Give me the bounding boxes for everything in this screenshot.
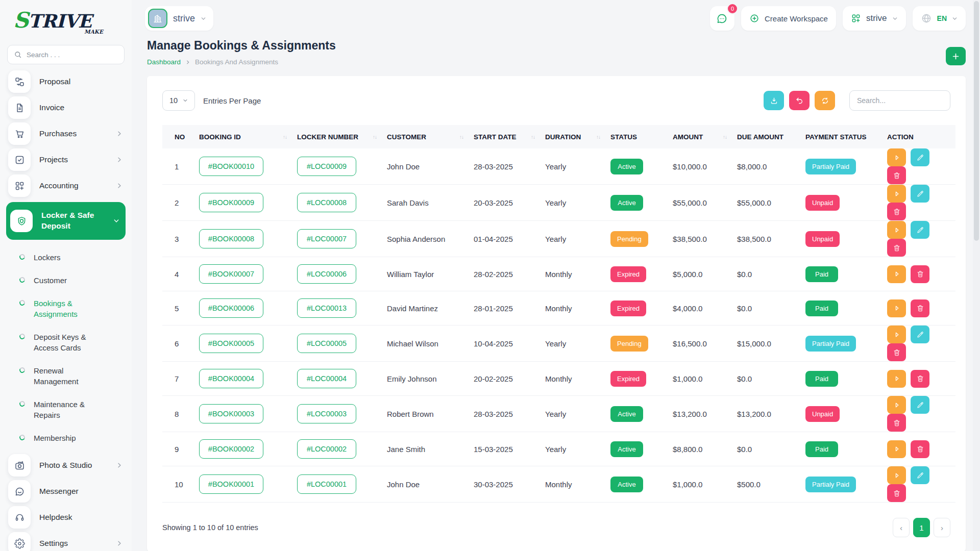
edit-booking-button[interactable] [911,221,929,239]
bullet-icon [18,434,26,441]
col-header-amount[interactable]: AMOUNT↑↓ [669,125,733,148]
delete-booking-button[interactable] [887,166,906,184]
chat-button[interactable]: 0 [710,6,734,31]
edit-booking-button[interactable] [911,466,929,484]
chevron-down-icon [183,98,188,103]
cell-duration: Monthly [541,362,606,396]
entries-per-page-select[interactable]: 10 [162,90,195,111]
pagination-prev-button[interactable]: ‹ [893,518,910,537]
view-booking-button[interactable] [887,396,906,414]
booking-id-chip: #BOOK00010 [199,157,263,176]
scrollbar-track[interactable] [973,0,980,551]
col-header-customer[interactable]: CUSTOMER↑↓ [383,125,470,148]
view-booking-button[interactable] [887,148,906,166]
delete-booking-button[interactable] [911,370,929,388]
view-icon [893,270,901,278]
sidebar-item-accounting[interactable]: Accounting [6,173,126,198]
cell-no: 8 [162,396,195,432]
delete-booking-button[interactable] [887,414,906,432]
edit-booking-button[interactable] [911,325,929,343]
view-booking-button[interactable] [887,265,906,283]
delete-booking-button[interactable] [887,203,906,220]
cell-duration: Yearly [541,396,606,432]
cell-payment-status: Partialy Paid [801,466,883,503]
view-booking-button[interactable] [887,185,906,203]
col-header-action: ACTION [883,125,955,148]
col-header-duration[interactable]: DURATION↑↓ [541,125,606,148]
pagination-next-button[interactable]: › [934,518,950,537]
sidebar-item-helpdesk[interactable]: Helpdesk [6,505,126,530]
delete-booking-button[interactable] [911,299,929,317]
cell-actions [883,148,955,185]
chevron-right-icon [116,462,122,468]
delete-booking-button[interactable] [887,484,906,502]
col-header-label: ACTION [887,133,914,141]
view-booking-button[interactable] [887,466,906,484]
delete-icon [893,348,901,357]
chevron-down-icon [201,16,206,21]
language-selector[interactable]: EN [913,6,966,31]
pagination-page-1-button[interactable]: 1 [913,518,930,537]
cell-locker-number: #LOC00006 [293,257,383,291]
delete-booking-button[interactable] [911,265,929,283]
sidebar-subitem-deposit-keys-access-cards[interactable]: Deposit Keys & Access Cards [6,325,126,359]
sidebar-item-proposal[interactable]: Proposal [6,69,126,94]
cell-start-date: 01-04-2025 [470,221,541,257]
col-header-locker-number[interactable]: LOCKER NUMBER↑↓ [293,125,383,148]
delete-booking-button[interactable] [887,239,906,257]
sidebar-item-settings[interactable]: Settings [6,531,126,551]
view-booking-button[interactable] [887,221,906,239]
workspace-selector[interactable]: strive [145,6,213,31]
view-icon [893,401,901,409]
sidebar-subitem-customer[interactable]: Customer [6,269,126,292]
view-booking-button[interactable] [887,440,906,458]
cell-no: 1 [162,148,195,185]
edit-booking-button[interactable] [911,396,929,414]
sidebar-search[interactable] [7,45,125,64]
sidebar-item-photo-studio[interactable]: Photo & Studio [6,453,126,478]
view-booking-button[interactable] [887,299,906,317]
status-badge: Expired [610,371,646,387]
view-booking-button[interactable] [887,325,906,343]
booking-id-chip: #BOOK00002 [199,439,263,459]
delete-booking-button[interactable] [911,440,929,458]
export-button[interactable] [764,91,784,110]
sidebar-subitem-renewal-management[interactable]: Renewal Management [6,359,126,393]
cell-status: Expired [606,257,669,291]
locker-number-chip: #LOC00002 [297,439,356,459]
table-search-input[interactable] [849,90,950,111]
scrollbar-thumb[interactable] [974,1,979,241]
cell-customer: Michael Wilson [383,325,470,362]
sidebar-item-projects[interactable]: Projects [6,147,126,172]
edit-booking-button[interactable] [911,185,929,203]
cell-booking-id: #BOOK00008 [195,221,293,257]
sidebar-item-purchases[interactable]: Purchases [6,121,126,146]
sidebar-subitem-membership[interactable]: Membership [6,427,126,449]
edit-booking-button[interactable] [911,148,929,166]
sidebar-item-invoice[interactable]: Invoice [6,95,126,120]
col-header-booking-id[interactable]: BOOKING ID↑↓ [195,125,293,148]
col-header-start-date[interactable]: START DATE↑↓ [470,125,541,148]
delete-booking-button[interactable] [887,343,906,361]
sidebar-subitem-bookings-assignments[interactable]: Bookings & Assignments [6,292,126,325]
view-booking-button[interactable] [887,370,906,388]
bullet-icon [18,366,26,373]
sidebar-item-label: Helpdesk [39,513,72,522]
sidebar-subitem-maintenance-repairs[interactable]: Maintenance & Repairs [6,393,126,427]
add-booking-button[interactable] [946,47,966,65]
sidebar-item-locker-safe-deposit[interactable]: Locker & Safe Deposit [6,202,126,240]
cell-duration: Yearly [541,185,606,221]
booking-id-chip: #BOOK00008 [199,229,263,248]
search-input[interactable] [27,51,118,59]
org-selector[interactable]: strive [843,6,906,31]
sidebar-item-messenger[interactable]: Messenger [6,479,126,504]
refresh-button[interactable] [815,91,835,110]
col-header-label: DUE AMOUNT [737,133,783,141]
breadcrumb-dashboard-link[interactable]: Dashboard [147,58,181,66]
cell-payment-status: Paid [801,432,883,466]
undo-button[interactable] [789,91,810,110]
create-workspace-button[interactable]: Create Workspace [741,6,836,31]
cell-locker-number: #LOC00007 [293,221,383,257]
cell-booking-id: #BOOK00004 [195,362,293,396]
sidebar-subitem-lockers[interactable]: Lockers [6,246,126,269]
